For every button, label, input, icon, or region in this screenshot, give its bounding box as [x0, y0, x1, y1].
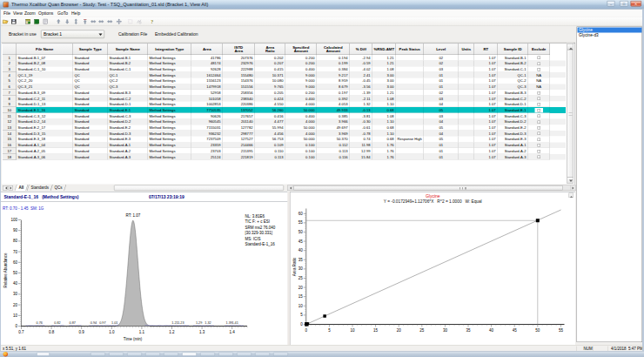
svg-text:1.4: 1.4	[230, 330, 236, 334]
svg-text:60: 60	[299, 212, 304, 216]
svg-text:1.41: 1.41	[231, 321, 238, 325]
svg-text:0.9: 0.9	[79, 330, 85, 334]
svg-text:30: 30	[443, 328, 448, 333]
svg-text:40: 40	[299, 248, 304, 253]
svg-text:Relative Abundance: Relative Abundance	[3, 253, 8, 288]
svg-text:55: 55	[299, 220, 304, 225]
svg-text:30: 30	[13, 292, 18, 296]
svg-text:10: 10	[13, 313, 18, 318]
svg-text:1.32: 1.32	[205, 321, 211, 325]
svg-text:40: 40	[489, 328, 494, 333]
svg-text:MS: ICIS: MS: ICIS	[245, 237, 261, 241]
svg-text:55: 55	[559, 328, 564, 333]
svg-text:5: 5	[328, 328, 331, 333]
svg-text:20: 20	[299, 286, 304, 290]
svg-text:0.82: 0.82	[54, 321, 60, 325]
svg-text:50: 50	[535, 328, 540, 333]
svg-text:1.23: 1.23	[178, 321, 184, 325]
svg-text:1.3: 1.3	[199, 330, 205, 334]
svg-text:1.29: 1.29	[196, 321, 202, 325]
svg-text:20: 20	[397, 328, 402, 333]
svg-text:15: 15	[373, 328, 379, 333]
svg-text:?: ?	[151, 19, 153, 24]
svg-text:5: 5	[300, 313, 303, 317]
svg-text:35: 35	[299, 258, 304, 262]
svg-text:Standard-E-1_16: Standard-E-1_16	[245, 242, 276, 246]
svg-text:0.87: 0.87	[70, 321, 76, 325]
svg-text:0: 0	[300, 322, 303, 327]
svg-text:45: 45	[299, 239, 304, 244]
svg-text:35: 35	[466, 328, 471, 333]
svg-text:80: 80	[13, 239, 18, 243]
svg-text:25: 25	[299, 276, 304, 280]
svg-text:60: 60	[13, 260, 18, 265]
svg-text:40: 40	[13, 281, 18, 286]
svg-text:0: 0	[305, 328, 308, 333]
svg-text:30: 30	[299, 266, 304, 271]
svg-text:0.8: 0.8	[49, 330, 55, 334]
svg-text:0.7: 0.7	[18, 330, 24, 334]
svg-text:45: 45	[513, 328, 518, 333]
svg-text:1.01: 1.01	[111, 321, 117, 325]
svg-text:1.2: 1.2	[169, 330, 175, 334]
svg-text:50: 50	[13, 271, 18, 275]
svg-text:100: 100	[10, 218, 17, 222]
svg-text:0.76: 0.76	[37, 321, 43, 325]
svg-text:NL: 3.81E6: NL: 3.81E6	[245, 214, 265, 219]
svg-text:70: 70	[13, 250, 18, 254]
svg-text:Time (min): Time (min)	[124, 337, 143, 341]
svg-text:0.94: 0.94	[91, 321, 97, 325]
svg-text:RT: 1.07: RT: 1.07	[126, 213, 141, 218]
svg-text:90: 90	[13, 228, 18, 232]
svg-text:1.0: 1.0	[109, 330, 115, 334]
svg-text:Area Ratio: Area Ratio	[292, 257, 297, 276]
svg-text:[30.329-30.331]: [30.329-30.331]	[245, 231, 273, 235]
svg-text:20: 20	[13, 303, 18, 307]
svg-text:1.1: 1.1	[139, 330, 145, 334]
svg-text:50: 50	[299, 230, 304, 234]
svg-text:0: 0	[15, 324, 17, 328]
svg-text:25: 25	[419, 328, 425, 333]
svg-text:TIC F: + c ESI: TIC F: + c ESI	[245, 219, 270, 224]
svg-text:0.97: 0.97	[99, 321, 105, 325]
svg-text:10: 10	[299, 304, 304, 308]
svg-text:10: 10	[350, 328, 355, 333]
svg-text:15: 15	[299, 294, 304, 299]
svg-text:SRM ms2 76.040: SRM ms2 76.040	[245, 226, 276, 230]
